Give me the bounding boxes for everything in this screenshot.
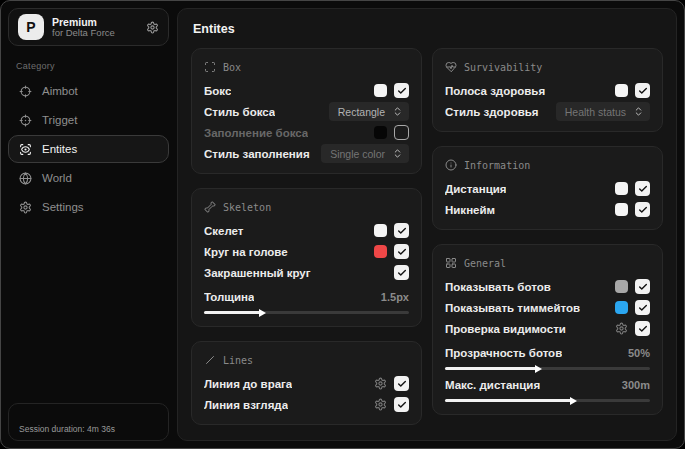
color-swatch[interactable] — [615, 84, 628, 97]
card-header-box: Box — [204, 57, 409, 77]
card-header-survivability: Survivability — [445, 57, 650, 77]
gear-icon[interactable] — [374, 398, 387, 411]
card-survivability: SurvivabilityПолоса здоровьяСтиль здоров… — [432, 48, 663, 132]
checkbox-Круг на голове[interactable] — [394, 244, 409, 259]
dropdown-Стиль заполнения[interactable]: Single color — [321, 144, 409, 163]
slider-thumb[interactable] — [259, 309, 266, 317]
globe-icon — [19, 172, 32, 185]
card-skeleton: SkeletonСкелетКруг на головеЗакрашенный … — [191, 188, 422, 327]
card-title: Information — [464, 160, 530, 171]
session-duration-box: Session duration: 4m 36s — [8, 403, 169, 441]
setting-controls — [374, 397, 409, 412]
dropdown-Стиль здоровья[interactable]: Health status — [556, 102, 650, 121]
dropdown-value: Health status — [565, 106, 626, 118]
checkbox-Закрашенный круг[interactable] — [394, 265, 409, 280]
setting-row: Полоса здоровья — [445, 80, 650, 101]
slider-thumb[interactable] — [570, 397, 577, 405]
sidebar-item-aimbot[interactable]: Aimbot — [8, 77, 169, 105]
setting-row: Показывать ботов — [445, 276, 650, 297]
setting-label: Стиль здоровья — [445, 106, 539, 118]
checkbox-Заполнение бокса[interactable] — [394, 125, 409, 140]
setting-controls — [615, 83, 650, 98]
setting-controls — [374, 376, 409, 391]
slider-value: 50% — [628, 347, 650, 359]
setting-row: Заполнение бокса — [204, 122, 409, 143]
slider-track[interactable] — [445, 399, 650, 402]
sidebar-item-label: Entites — [42, 143, 77, 155]
info-icon — [445, 159, 457, 171]
card-header-general: General — [445, 253, 650, 273]
dropdown-Стиль бокса[interactable]: Rectangle — [329, 102, 409, 121]
color-swatch[interactable] — [374, 245, 387, 258]
setting-controls — [615, 181, 650, 196]
sidebar-nav: AimbotTriggetEntitesWorldSettings — [8, 77, 169, 221]
card-information: InformationДистанцияНикнейм — [432, 146, 663, 230]
scan-box-icon — [204, 61, 216, 73]
checkbox-Линия взгляда[interactable] — [394, 397, 409, 412]
checkbox-Дистанция[interactable] — [635, 181, 650, 196]
line-icon — [204, 354, 216, 366]
setting-controls — [374, 125, 409, 140]
sidebar-item-trigget[interactable]: Trigget — [8, 106, 169, 134]
category-label: Category — [16, 61, 169, 71]
setting-label: Круг на голове — [204, 246, 288, 258]
slider-track[interactable] — [445, 367, 650, 370]
checkbox-Линия до врага[interactable] — [394, 376, 409, 391]
checkbox-Никнейм[interactable] — [635, 202, 650, 217]
right-column: SurvivabilityПолоса здоровьяСтиль здоров… — [432, 48, 663, 415]
setting-controls — [615, 202, 650, 217]
card-title: Survivability — [464, 62, 542, 73]
setting-label: Показывать ботов — [445, 281, 551, 293]
setting-row: Линия взгляда — [204, 394, 409, 415]
color-swatch[interactable] — [615, 203, 628, 216]
crosshair-icon — [19, 85, 32, 98]
gear-icon — [19, 201, 32, 214]
slider-header: Толщина1.5px — [204, 288, 409, 305]
color-swatch[interactable] — [615, 301, 628, 314]
gear-icon[interactable] — [146, 21, 159, 34]
checkbox-Показывать тиммейтов[interactable] — [635, 300, 650, 315]
setting-row: Стиль боксаRectangle — [204, 101, 409, 122]
checkbox-Скелет[interactable] — [394, 223, 409, 238]
color-swatch[interactable] — [615, 182, 628, 195]
sidebar-item-settings[interactable]: Settings — [8, 193, 169, 221]
slider-Толщина: Толщина1.5px — [204, 285, 409, 314]
setting-controls — [615, 321, 650, 336]
color-swatch[interactable] — [374, 84, 387, 97]
checkbox-Бокс[interactable] — [394, 83, 409, 98]
brand-title: Premium — [52, 16, 138, 28]
sidebar: P Premium for Delta Force Category Aimbo… — [8, 8, 169, 441]
slider-value: 300m — [622, 379, 650, 391]
slider-fill — [204, 311, 261, 314]
sidebar-item-label: Trigget — [42, 114, 77, 126]
setting-label: Стиль заполнения — [204, 148, 310, 160]
setting-row: Бокс — [204, 80, 409, 101]
gear-icon[interactable] — [615, 322, 628, 335]
sidebar-item-world[interactable]: World — [8, 164, 169, 192]
slider-header: Прозрачность ботов50% — [445, 344, 650, 361]
dropdown-value: Rectangle — [338, 106, 385, 118]
setting-row: Никнейм — [445, 199, 650, 220]
card-general: GeneralПоказывать ботовПоказывать тиммей… — [432, 244, 663, 415]
trigger-crosshair-icon — [19, 114, 32, 127]
slider-thumb[interactable] — [535, 365, 542, 373]
color-swatch[interactable] — [374, 126, 387, 139]
checkbox-Показывать ботов[interactable] — [635, 279, 650, 294]
setting-controls — [374, 244, 409, 259]
brand-card: P Premium for Delta Force — [8, 8, 169, 46]
slider-fill — [445, 367, 537, 370]
setting-controls — [615, 279, 650, 294]
color-swatch[interactable] — [374, 224, 387, 237]
brand-logo: P — [18, 14, 44, 40]
slider-track[interactable] — [204, 311, 409, 314]
sidebar-item-entites[interactable]: Entites — [8, 135, 169, 163]
slider-value: 1.5px — [381, 291, 409, 303]
slider-label: Макс. дистанция — [445, 379, 540, 391]
checkbox-Проверка видимости[interactable] — [635, 321, 650, 336]
color-swatch[interactable] — [615, 280, 628, 293]
setting-label: Никнейм — [445, 204, 495, 216]
gear-icon[interactable] — [374, 377, 387, 390]
checkbox-Полоса здоровья[interactable] — [635, 83, 650, 98]
setting-row: Круг на голове — [204, 241, 409, 262]
card-header-information: Information — [445, 155, 650, 175]
